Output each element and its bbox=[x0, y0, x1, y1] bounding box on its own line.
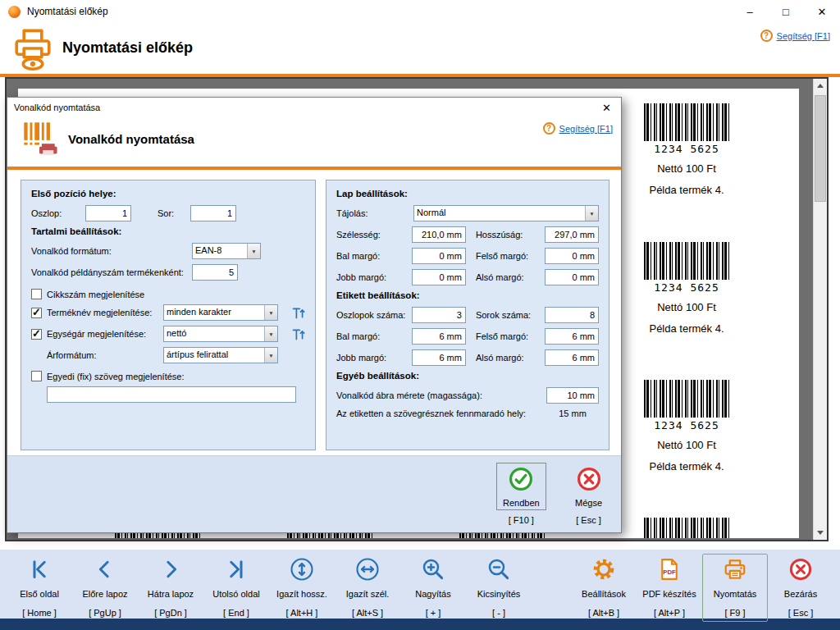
product-name-checkbox[interactable] bbox=[31, 308, 42, 318]
first-position-heading: Első pozíció helye: bbox=[31, 189, 305, 199]
label-left-margin-label: Bal margó: bbox=[336, 331, 407, 341]
page-settings-panel: Lap beállítások: Tájolás: Normál Széless… bbox=[326, 180, 609, 450]
barcode-number: 1234 5625 bbox=[629, 419, 744, 431]
column-label: Oszlop: bbox=[31, 208, 80, 218]
unit-price-checkbox[interactable] bbox=[31, 329, 42, 340]
barcode-product-name: Példa termék 4. bbox=[629, 460, 744, 472]
window-controls: – □ ✕ bbox=[732, 0, 840, 23]
fit-height-icon bbox=[290, 557, 314, 582]
dialog-close-button[interactable]: ✕ bbox=[599, 102, 614, 114]
scroll-down-icon[interactable] bbox=[814, 526, 827, 540]
custom-text-input[interactable] bbox=[47, 386, 296, 403]
price-format-label: Árformátum: bbox=[47, 350, 158, 360]
barcode-image bbox=[644, 103, 729, 141]
columns-count-input[interactable] bbox=[412, 307, 466, 323]
orientation-select[interactable]: Normál bbox=[413, 205, 599, 221]
price-format-value: ártípus felirattal bbox=[164, 348, 264, 363]
print-preview-icon bbox=[11, 26, 54, 74]
last-page-icon bbox=[224, 557, 249, 582]
minimize-button[interactable]: – bbox=[732, 0, 768, 23]
last-page-button[interactable]: Utolsó oldal [ End ] bbox=[203, 554, 269, 622]
barcode-price: Nettó 100 Ft bbox=[629, 301, 744, 313]
pdf-icon: PDF bbox=[657, 557, 682, 582]
page-height-input[interactable] bbox=[545, 226, 599, 243]
zoom-out-button[interactable]: Kicsinyítés [ - ] bbox=[466, 554, 532, 622]
custom-text-checkbox[interactable] bbox=[31, 371, 42, 381]
sku-checkbox[interactable] bbox=[31, 289, 42, 299]
cancel-button-key: [ Esc ] bbox=[576, 515, 601, 525]
close-button[interactable]: ✕ bbox=[804, 0, 840, 23]
column-input[interactable] bbox=[85, 205, 131, 221]
next-page-button[interactable]: Hátra lapoz [ PgDn ] bbox=[138, 554, 203, 622]
printer-icon bbox=[723, 557, 747, 582]
gear-icon bbox=[591, 557, 616, 582]
maximize-button[interactable]: □ bbox=[768, 0, 804, 23]
zoom-in-button[interactable]: Nagyítás [ + ] bbox=[400, 554, 466, 622]
row-input[interactable] bbox=[190, 205, 236, 221]
page-top-margin-input[interactable] bbox=[545, 248, 599, 264]
check-circle-icon bbox=[508, 466, 534, 495]
prev-page-button[interactable]: Előre lapoz [ PgUp ] bbox=[72, 554, 138, 622]
content-settings-panel: Első pozíció helye: Oszlop: Sor: Tartalm… bbox=[21, 180, 316, 450]
label-top-margin-label: Felső margó: bbox=[476, 331, 540, 341]
ok-button[interactable]: Rendben [ F10 ] bbox=[496, 463, 546, 525]
print-button[interactable]: Nyomtatás [ F9 ] bbox=[702, 554, 768, 622]
barcode-number: 1234 5625 bbox=[629, 281, 744, 294]
product-name-mode-select[interactable]: minden karakter bbox=[163, 304, 278, 321]
rows-count-label: Sorok száma: bbox=[476, 310, 540, 320]
unit-price-checkbox-label: Egységár megjelenítése: bbox=[47, 329, 158, 339]
label-left-margin-input[interactable] bbox=[412, 328, 466, 345]
pdf-export-button[interactable]: PDF PDF készítés [ Alt+P ] bbox=[637, 554, 702, 622]
barcode-label-item: 1234 5625 Nettó 100 Ft Példa termék 4. bbox=[629, 242, 744, 335]
label-settings-heading: Etikett beállítások: bbox=[336, 290, 599, 300]
page-bottom-margin-input[interactable] bbox=[545, 269, 599, 285]
close-preview-button[interactable]: Bezárás [ Esc ] bbox=[768, 554, 833, 622]
page-right-margin-input[interactable] bbox=[412, 269, 466, 285]
page-left-margin-input[interactable] bbox=[412, 248, 466, 264]
copies-input[interactable] bbox=[192, 264, 238, 281]
help-link[interactable]: Segítség [F1] bbox=[760, 30, 830, 42]
settings-button[interactable]: Beállítások [ Alt+B ] bbox=[571, 554, 637, 622]
other-settings-heading: Egyéb beállítások: bbox=[336, 371, 599, 381]
cancel-button[interactable]: Mégse [ Esc ] bbox=[568, 463, 609, 525]
app-header: Nyomtatási előkép Segítség [F1] bbox=[0, 23, 840, 74]
barcode-height-input[interactable] bbox=[546, 387, 599, 404]
copies-label: Vonalkód példányszám termékenként: bbox=[31, 267, 187, 277]
label-bottom-margin-input[interactable] bbox=[545, 349, 599, 366]
unit-price-mode-select[interactable]: nettó bbox=[163, 326, 278, 342]
price-format-select[interactable]: ártípus felirattal bbox=[163, 347, 278, 363]
barcode-price: Nettó 100 Ft bbox=[629, 439, 744, 451]
first-page-button[interactable]: Első oldal [ Home ] bbox=[7, 554, 72, 622]
barcode-height-label: Vonalkód ábra mérete (magassága): bbox=[336, 390, 541, 400]
barcode-price: Nettó 100 Ft bbox=[629, 162, 744, 175]
page-width-input[interactable] bbox=[412, 226, 466, 243]
barcode-format-label: Vonalkód formátum: bbox=[31, 246, 187, 256]
chevron-right-icon bbox=[158, 557, 183, 582]
orientation-value: Normál bbox=[414, 206, 585, 221]
page-bottom-margin-label: Alsó margó: bbox=[476, 272, 540, 282]
chevron-down-icon bbox=[264, 305, 277, 320]
label-right-margin-input[interactable] bbox=[412, 349, 466, 366]
rows-count-input[interactable] bbox=[545, 307, 599, 323]
page-left-margin-label: Bal margó: bbox=[336, 251, 407, 261]
help-icon bbox=[543, 122, 555, 135]
close-circle-icon bbox=[576, 466, 602, 495]
first-page-icon bbox=[27, 557, 52, 582]
chevron-down-icon bbox=[264, 348, 277, 363]
scrollbar-thumb[interactable] bbox=[815, 95, 826, 202]
barcode-format-select[interactable]: EAN-8 bbox=[192, 243, 261, 259]
fit-height-button[interactable]: Igazít hossz. [ Alt+H ] bbox=[269, 554, 335, 622]
fit-width-button[interactable]: Igazít szél. [ Alt+S ] bbox=[335, 554, 400, 622]
ok-button-label: Rendben bbox=[503, 498, 540, 508]
scroll-up-icon[interactable] bbox=[814, 79, 827, 93]
label-top-margin-input[interactable] bbox=[545, 328, 599, 345]
text-size-icon[interactable] bbox=[291, 327, 305, 341]
dialog-content: Első pozíció helye: Oszlop: Sor: Tartalm… bbox=[7, 170, 621, 457]
barcode-product-name: Példa termék 4. bbox=[629, 322, 744, 335]
app-icon bbox=[8, 6, 21, 18]
sku-checkbox-label: Cikkszám megjelenítése bbox=[47, 290, 144, 299]
preview-scrollbar[interactable] bbox=[813, 79, 827, 540]
zoom-in-icon bbox=[421, 557, 445, 582]
dialog-help-link[interactable]: Segítség [F1] bbox=[543, 122, 613, 135]
text-size-icon[interactable] bbox=[291, 306, 305, 320]
